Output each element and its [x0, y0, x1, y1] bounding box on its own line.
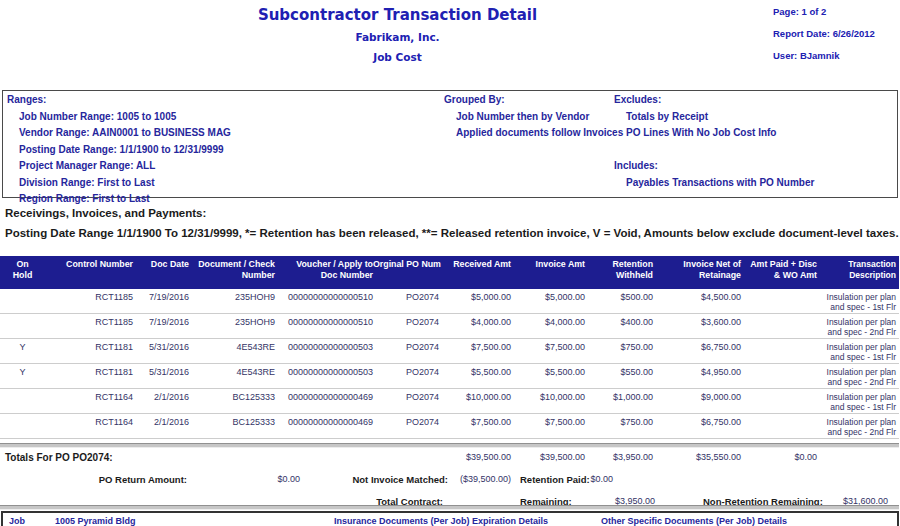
cell-received: $5,500.00: [439, 367, 511, 388]
cell-voucher: 00000000000000503: [275, 367, 373, 388]
cell-doc-date: 7/19/2016: [133, 292, 189, 313]
grouped-by-item: Applied documents follow Invoices: [444, 127, 623, 144]
cell-doc-date: 2/1/2016: [133, 417, 189, 438]
cell-doc-check: BC125333: [189, 417, 275, 438]
col-on-hold: On Hold: [0, 259, 45, 289]
cell-control: RCT1181: [45, 367, 133, 388]
ranges-list: Job Number Range: 1005 to 1005Vendor Ran…: [7, 111, 231, 210]
cell-voucher: 00000000000000469: [275, 392, 373, 413]
cell-received: $10,000.00: [439, 392, 511, 413]
col-description: Transaction Description: [817, 259, 899, 289]
grouped-by-list: Job Number then by VendorApplied documen…: [444, 111, 623, 144]
section-heading: Receivings, Invoices, and Payments:: [5, 207, 206, 219]
retention-paid-value: $0.00: [590, 474, 613, 484]
cell-on-hold: [0, 417, 45, 438]
total-retention: $3,950.00: [585, 452, 653, 463]
cell-net: $3,600.00: [653, 317, 741, 338]
col-retention: Retention Withheld: [585, 259, 653, 289]
range-item: Posting Date Range: 1/1/1900 to 12/31/99…: [7, 144, 231, 161]
footer-section: Job 1005 Pyramid Bldg Insurance Document…: [1, 511, 899, 526]
cell-paid: [741, 367, 817, 388]
totals-heading: Totals For PO PO2074:: [0, 452, 439, 463]
exclude-item: Totals by Receipt: [614, 111, 814, 128]
cell-po: PO2074: [373, 292, 439, 313]
cell-on-hold: Y: [0, 342, 45, 363]
grouped-by-label: Grouped By:: [444, 94, 623, 111]
cell-net: $6,750.00: [653, 417, 741, 438]
cell-doc-date: 2/1/2016: [133, 392, 189, 413]
col-received-amt: Received Amt: [439, 259, 511, 289]
cell-invoice: $5,000.00: [511, 292, 585, 313]
total-desc-spacer: [817, 452, 899, 463]
cell-received: $5,000.00: [439, 292, 511, 313]
cell-on-hold: [0, 292, 45, 313]
range-item: Division Range: First to Last: [7, 177, 231, 194]
cell-doc-date: 7/19/2016: [133, 317, 189, 338]
table-row: Y RCT1181 5/31/2016 4E543RE 000000000000…: [0, 339, 899, 364]
cell-paid: [741, 392, 817, 413]
cell-doc-check: 4E543RE: [189, 342, 275, 363]
not-invoice-matched-label: Not Invoice Matched:: [352, 474, 448, 485]
cell-received: $7,500.00: [439, 417, 511, 438]
cell-received: $4,000.00: [439, 317, 511, 338]
cell-voucher: 00000000000000469: [275, 417, 373, 438]
totals-line-2: PO Return Amount: $0.00 Not Invoice Matc…: [0, 474, 900, 488]
cell-description: Insulation per plan and spec - 2nd Flr: [817, 367, 899, 388]
cell-doc-check: 235HOH9: [189, 292, 275, 313]
cell-paid: [741, 417, 817, 438]
report-date: Report Date: 6/26/2012: [773, 28, 875, 39]
cell-on-hold: [0, 392, 45, 413]
cell-description: Insulation per plan and spec - 1st Flr: [817, 342, 899, 363]
total-invoice: $39,500.00: [511, 452, 585, 463]
cell-description: Insulation per plan and spec - 2nd Flr: [817, 317, 899, 338]
excludes-includes-column: Excludes: Totals by ReceiptPO Lines With…: [614, 94, 814, 193]
report-header: Subcontractor Transaction Detail Fabrika…: [0, 6, 795, 63]
cell-doc-check: BC125333: [189, 392, 275, 413]
excludes-label: Excludes:: [614, 94, 814, 111]
table-row: RCT1185 7/19/2016 235HOH9 00000000000000…: [0, 289, 899, 314]
cell-po: PO2074: [373, 342, 439, 363]
divider: [0, 505, 899, 510]
cell-retention: $750.00: [585, 342, 653, 363]
exclude-item: PO Lines With No Job Cost Info: [614, 127, 814, 144]
cell-doc-check: 4E543RE: [189, 367, 275, 388]
cell-description: Insulation per plan and spec - 1st Flr: [817, 392, 899, 413]
cell-net: $6,750.00: [653, 342, 741, 363]
cell-voucher: 00000000000000510: [275, 317, 373, 338]
footer-job-label: Job: [9, 516, 25, 526]
col-doc-check: Document / Check Number: [189, 259, 275, 289]
page-title: Subcontractor Transaction Detail: [0, 6, 795, 24]
total-paid: $0.00: [741, 452, 817, 463]
cell-po: PO2074: [373, 417, 439, 438]
page-indicator: Page: 1 of 2: [773, 6, 875, 17]
cell-net: $4,500.00: [653, 292, 741, 313]
cell-retention: $1,000.00: [585, 392, 653, 413]
cell-invoice: $5,500.00: [511, 367, 585, 388]
cell-control: RCT1185: [45, 292, 133, 313]
cell-on-hold: [0, 317, 45, 338]
company-name: Fabrikam, Inc.: [0, 31, 795, 43]
cell-voucher: 00000000000000510: [275, 292, 373, 313]
cell-doc-date: 5/31/2016: [133, 342, 189, 363]
cell-description: Insulation per plan and spec - 2nd Flr: [817, 417, 899, 438]
cell-retention: $400.00: [585, 317, 653, 338]
table-row: RCT1185 7/19/2016 235HOH9 00000000000000…: [0, 314, 899, 339]
ranges-column: Ranges: Job Number Range: 1005 to 1005Ve…: [7, 94, 231, 210]
divider: [0, 443, 899, 448]
cell-invoice: $4,000.00: [511, 317, 585, 338]
not-invoice-matched-value: ($39,500.00): [460, 474, 511, 484]
cell-doc-check: 235HOH9: [189, 317, 275, 338]
excludes-list: Totals by ReceiptPO Lines With No Job Co…: [614, 111, 814, 144]
table-row: Y RCT1181 5/31/2016 4E543RE 000000000000…: [0, 364, 899, 389]
totals-row: Totals For PO PO2074: $39,500.00 $39,500…: [0, 452, 899, 463]
cell-retention: $750.00: [585, 417, 653, 438]
report-page: { "report": { "title": "Subcontractor Tr…: [0, 0, 900, 526]
includes-list: Payables Transactions with PO Number: [614, 177, 814, 194]
cell-paid: [741, 342, 817, 363]
includes-label: Includes:: [614, 160, 814, 177]
cell-paid: [741, 317, 817, 338]
cell-invoice: $7,500.00: [511, 342, 585, 363]
filters-box: Ranges: Job Number Range: 1005 to 1005Ve…: [2, 90, 898, 198]
col-voucher: Voucher / Apply to Doc Number: [275, 259, 373, 289]
table-row: RCT1164 2/1/2016 BC125333 00000000000000…: [0, 414, 899, 439]
